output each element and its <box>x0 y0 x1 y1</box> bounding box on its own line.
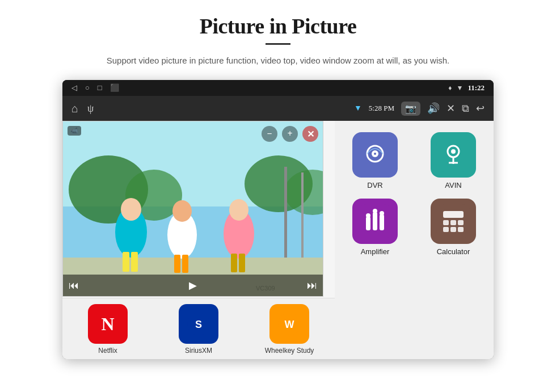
location-icon: ♦ <box>448 84 452 92</box>
app-bar: ⌂ ψ ▼ 5:28 PM 📷 🔊 ✕ ⧉ ↩ <box>62 96 494 121</box>
video-player[interactable]: VC309 📹 − + ✕ <box>62 121 323 297</box>
app-dvr[interactable]: DVR <box>340 132 410 189</box>
pip-cam-icon: 📹 <box>70 127 78 134</box>
amplifier-label: Amplifier <box>361 247 390 256</box>
app-amplifier[interactable]: Amplifier <box>340 199 410 256</box>
amplifier-icon <box>358 204 392 238</box>
usb-icon: ψ <box>87 103 94 115</box>
wheelkey-label: Wheelkey Study <box>265 347 314 355</box>
volume-icon[interactable]: 🔊 <box>427 102 440 115</box>
app-grid: DVR AVIN <box>335 121 494 359</box>
svg-point-16 <box>229 199 248 221</box>
svg-rect-37 <box>373 212 377 230</box>
svg-rect-30 <box>436 138 470 172</box>
svg-rect-38 <box>380 214 384 230</box>
dvr-icon <box>358 138 392 172</box>
svg-point-29 <box>374 153 376 155</box>
pip-controls: − + ✕ <box>262 126 318 142</box>
close-icon[interactable]: ✕ <box>447 102 455 115</box>
svg-rect-20 <box>301 172 304 258</box>
siriusxm-icon: S <box>184 310 213 338</box>
status-time: 11:22 <box>467 83 485 92</box>
video-controls-bar: ⏮ ▶ ⏭ <box>63 275 323 296</box>
page-container: Picture in Picture Support video picture… <box>0 0 556 359</box>
pip-close-button[interactable]: ✕ <box>302 126 318 142</box>
calculator-icon-box <box>431 199 476 244</box>
forward-button[interactable]: ⏭ <box>307 280 317 292</box>
wheelkey-icon-box: W <box>269 304 309 344</box>
wheelkey-icon: W <box>275 310 304 338</box>
back-nav-icon[interactable]: ◁ <box>71 83 77 92</box>
bottom-apps-row: N Netflix S SiriusXM <box>62 298 335 359</box>
play-button[interactable]: ▶ <box>189 279 197 292</box>
siriusxm-label: SiriusXM <box>185 347 212 355</box>
svg-rect-43 <box>443 211 464 218</box>
svg-rect-48 <box>450 227 456 232</box>
svg-rect-14 <box>182 255 188 273</box>
app-wheelkey[interactable]: W Wheelkey Study <box>261 304 318 355</box>
svg-point-40 <box>373 209 377 213</box>
svg-rect-13 <box>174 255 180 273</box>
avin-icon-box <box>431 132 476 178</box>
app-netflix[interactable]: N Netflix <box>79 304 136 355</box>
svg-point-39 <box>366 213 370 218</box>
avin-icon <box>436 138 470 172</box>
svg-text:W: W <box>285 319 294 330</box>
page-title: Picture in Picture <box>200 14 357 39</box>
netflix-label: Netflix <box>98 347 117 355</box>
svg-rect-44 <box>443 220 449 225</box>
content-area: VC309 📹 − + ✕ <box>62 121 494 359</box>
siriusxm-icon-box: S <box>179 304 218 344</box>
dvr-label: DVR <box>367 181 382 189</box>
svg-rect-46 <box>458 220 464 225</box>
pip-panel: VC309 📹 − + ✕ <box>62 121 335 359</box>
camera-button[interactable]: 📷 <box>401 102 420 116</box>
svg-point-12 <box>172 200 192 222</box>
wifi-signal-icon: ▼ <box>456 84 463 92</box>
pip-indicator: 📹 <box>68 126 81 136</box>
status-bar-left: ◁ ○ □ ⬛ <box>71 83 119 92</box>
device-frame: ◁ ○ □ ⬛ ♦ ▼ 11:22 ⌂ ψ ▼ 5:28 PM 📷 🔊 <box>62 80 494 359</box>
home-button[interactable]: ⌂ <box>71 102 78 115</box>
svg-rect-18 <box>239 254 245 272</box>
home-nav-icon[interactable]: ○ <box>85 83 90 92</box>
svg-rect-49 <box>458 227 464 232</box>
page-subtitle: Support video picture in picture functio… <box>107 54 449 68</box>
svg-rect-47 <box>443 227 449 232</box>
recents-nav-icon[interactable]: □ <box>98 83 102 92</box>
svg-rect-10 <box>131 252 138 272</box>
wifi-icon: ▼ <box>354 104 362 113</box>
svg-rect-17 <box>231 254 237 272</box>
pip-minus-button[interactable]: − <box>262 126 277 142</box>
title-divider <box>266 43 290 45</box>
app-siriusxm[interactable]: S SiriusXM <box>170 304 227 355</box>
appbar-time: 5:28 PM <box>369 104 394 113</box>
svg-point-32 <box>451 149 456 154</box>
dvr-icon-box <box>352 132 398 178</box>
svg-point-41 <box>380 211 384 216</box>
svg-text:S: S <box>195 319 202 330</box>
calculator-icon <box>436 204 470 238</box>
svg-rect-36 <box>366 217 370 230</box>
status-bar: ◁ ○ □ ⬛ ♦ ▼ 11:22 <box>62 80 494 96</box>
app-avin[interactable]: AVIN <box>419 132 488 189</box>
netflix-icon: N <box>101 314 114 335</box>
video-content: VC309 📹 − + ✕ <box>63 121 323 296</box>
app-bar-right: ▼ 5:28 PM 📷 🔊 ✕ ⧉ ↩ <box>354 102 485 116</box>
pip-plus-button[interactable]: + <box>282 126 298 142</box>
window-icon[interactable]: ⧉ <box>462 103 469 115</box>
svg-rect-9 <box>123 252 129 272</box>
back-icon[interactable]: ↩ <box>476 102 485 115</box>
avin-label: AVIN <box>445 181 461 189</box>
netflix-icon-box: N <box>88 304 128 344</box>
status-bar-right: ♦ ▼ 11:22 <box>448 83 485 92</box>
svg-point-8 <box>121 198 141 221</box>
svg-rect-19 <box>284 167 287 258</box>
calculator-label: Calculator <box>437 247 470 256</box>
app-bar-left: ⌂ ψ <box>71 102 94 115</box>
svg-rect-45 <box>450 220 456 225</box>
cast-nav-icon[interactable]: ⬛ <box>110 83 119 92</box>
amplifier-icon-box <box>352 199 398 244</box>
rewind-button[interactable]: ⏮ <box>69 280 79 292</box>
app-calculator[interactable]: Calculator <box>419 199 488 256</box>
